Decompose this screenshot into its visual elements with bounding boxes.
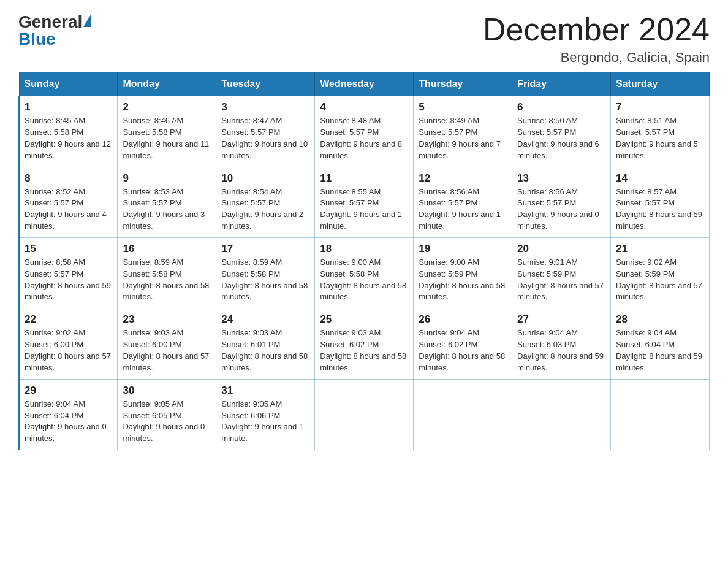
day-number: 29: [25, 385, 112, 397]
day-number: 24: [221, 313, 309, 326]
calendar-cell: 18 Sunrise: 9:00 AMSunset: 5:58 PMDaylig…: [315, 237, 414, 308]
day-number: 26: [419, 313, 507, 326]
week-row-3: 15 Sunrise: 8:58 AMSunset: 5:57 PMDaylig…: [19, 237, 710, 308]
day-number: 21: [616, 243, 704, 255]
day-number: 11: [320, 172, 408, 185]
page-header: General Blue December 2024 Bergondo, Gal…: [18, 12, 710, 66]
day-number: 14: [616, 172, 704, 185]
day-info: Sunrise: 8:56 AMSunset: 5:57 PMDaylight:…: [517, 187, 599, 231]
day-number: 27: [517, 313, 605, 326]
day-info: Sunrise: 8:51 AMSunset: 5:57 PMDaylight:…: [616, 116, 698, 160]
calendar-cell: 8 Sunrise: 8:52 AMSunset: 5:57 PMDayligh…: [19, 167, 118, 237]
day-info: Sunrise: 8:53 AMSunset: 5:57 PMDaylight:…: [123, 187, 205, 231]
day-number: 30: [123, 385, 211, 397]
day-number: 20: [517, 243, 605, 255]
title-block: December 2024 Bergondo, Galicia, Spain: [483, 12, 710, 66]
day-info: Sunrise: 9:03 AMSunset: 6:01 PMDaylight:…: [221, 328, 308, 372]
calendar-cell: 13 Sunrise: 8:56 AMSunset: 5:57 PMDaylig…: [512, 167, 611, 237]
calendar-cell: 26 Sunrise: 9:04 AMSunset: 6:02 PMDaylig…: [414, 308, 512, 379]
calendar-cell: 16 Sunrise: 8:59 AMSunset: 5:58 PMDaylig…: [118, 237, 216, 308]
day-number: 5: [419, 101, 507, 113]
header-sunday: Sunday: [19, 72, 118, 96]
day-number: 17: [221, 243, 309, 255]
day-info: Sunrise: 9:02 AMSunset: 6:00 PMDaylight:…: [25, 328, 111, 372]
logo: General Blue: [18, 12, 91, 49]
calendar-cell: 5 Sunrise: 8:49 AMSunset: 5:57 PMDayligh…: [414, 96, 512, 167]
header-thursday: Thursday: [414, 72, 512, 96]
calendar-cell: 2 Sunrise: 8:46 AMSunset: 5:58 PMDayligh…: [118, 96, 216, 167]
calendar-cell: 11 Sunrise: 8:55 AMSunset: 5:57 PMDaylig…: [315, 167, 414, 237]
day-number: 28: [616, 313, 704, 326]
week-row-5: 29 Sunrise: 9:04 AMSunset: 6:04 PMDaylig…: [19, 379, 710, 450]
day-number: 31: [221, 385, 309, 397]
day-info: Sunrise: 8:54 AMSunset: 5:57 PMDaylight:…: [221, 187, 303, 231]
day-info: Sunrise: 8:46 AMSunset: 5:58 PMDaylight:…: [123, 116, 209, 160]
calendar-cell: [315, 379, 414, 450]
calendar-cell: 9 Sunrise: 8:53 AMSunset: 5:57 PMDayligh…: [118, 167, 216, 237]
calendar-cell: 28 Sunrise: 9:04 AMSunset: 6:04 PMDaylig…: [611, 308, 710, 379]
calendar-cell: 23 Sunrise: 9:03 AMSunset: 6:00 PMDaylig…: [118, 308, 216, 379]
day-info: Sunrise: 9:00 AMSunset: 5:58 PMDaylight:…: [320, 258, 406, 302]
calendar-cell: 12 Sunrise: 8:56 AMSunset: 5:57 PMDaylig…: [414, 167, 512, 237]
calendar-cell: 27 Sunrise: 9:04 AMSunset: 6:03 PMDaylig…: [512, 308, 611, 379]
day-info: Sunrise: 9:04 AMSunset: 6:03 PMDaylight:…: [517, 328, 604, 372]
day-info: Sunrise: 8:52 AMSunset: 5:57 PMDaylight:…: [25, 187, 107, 231]
calendar-cell: 31 Sunrise: 9:05 AMSunset: 6:06 PMDaylig…: [216, 379, 315, 450]
day-info: Sunrise: 8:47 AMSunset: 5:57 PMDaylight:…: [221, 116, 308, 160]
day-number: 16: [123, 243, 211, 255]
calendar-cell: 19 Sunrise: 9:00 AMSunset: 5:59 PMDaylig…: [414, 237, 512, 308]
header-saturday: Saturday: [611, 72, 710, 96]
day-info: Sunrise: 8:55 AMSunset: 5:57 PMDaylight:…: [320, 187, 402, 231]
day-info: Sunrise: 8:49 AMSunset: 5:57 PMDaylight:…: [419, 116, 501, 160]
day-info: Sunrise: 8:45 AMSunset: 5:58 PMDaylight:…: [25, 116, 111, 160]
day-info: Sunrise: 9:05 AMSunset: 6:05 PMDaylight:…: [123, 399, 205, 443]
logo-triangle-icon: [83, 15, 91, 27]
day-number: 4: [320, 101, 408, 113]
calendar-cell: 10 Sunrise: 8:54 AMSunset: 5:57 PMDaylig…: [216, 167, 315, 237]
day-number: 23: [123, 313, 211, 326]
calendar-cell: 15 Sunrise: 8:58 AMSunset: 5:57 PMDaylig…: [19, 237, 118, 308]
calendar-cell: [512, 379, 611, 450]
day-info: Sunrise: 9:04 AMSunset: 6:04 PMDaylight:…: [25, 399, 107, 443]
day-number: 22: [25, 313, 112, 326]
calendar-cell: 29 Sunrise: 9:04 AMSunset: 6:04 PMDaylig…: [19, 379, 118, 450]
day-info: Sunrise: 8:50 AMSunset: 5:57 PMDaylight:…: [517, 116, 599, 160]
day-info: Sunrise: 8:58 AMSunset: 5:57 PMDaylight:…: [25, 258, 111, 302]
day-number: 2: [123, 101, 211, 113]
day-info: Sunrise: 8:59 AMSunset: 5:58 PMDaylight:…: [123, 258, 209, 302]
day-number: 6: [517, 101, 605, 113]
month-title: December 2024: [483, 12, 710, 47]
day-number: 8: [25, 172, 112, 185]
day-info: Sunrise: 9:04 AMSunset: 6:04 PMDaylight:…: [616, 328, 702, 372]
day-number: 1: [25, 101, 112, 113]
day-info: Sunrise: 9:00 AMSunset: 5:59 PMDaylight:…: [419, 258, 505, 302]
calendar-cell: 20 Sunrise: 9:01 AMSunset: 5:59 PMDaylig…: [512, 237, 611, 308]
calendar-cell: 14 Sunrise: 8:57 AMSunset: 5:57 PMDaylig…: [611, 167, 710, 237]
day-number: 10: [221, 172, 309, 185]
day-info: Sunrise: 8:56 AMSunset: 5:57 PMDaylight:…: [419, 187, 501, 231]
calendar-header-row: SundayMondayTuesdayWednesdayThursdayFrid…: [19, 72, 710, 96]
week-row-1: 1 Sunrise: 8:45 AMSunset: 5:58 PMDayligh…: [19, 96, 710, 167]
calendar-cell: 21 Sunrise: 9:02 AMSunset: 5:59 PMDaylig…: [611, 237, 710, 308]
day-info: Sunrise: 8:59 AMSunset: 5:58 PMDaylight:…: [221, 258, 308, 302]
calendar-cell: 3 Sunrise: 8:47 AMSunset: 5:57 PMDayligh…: [216, 96, 315, 167]
day-number: 13: [517, 172, 605, 185]
calendar-cell: 6 Sunrise: 8:50 AMSunset: 5:57 PMDayligh…: [512, 96, 611, 167]
week-row-2: 8 Sunrise: 8:52 AMSunset: 5:57 PMDayligh…: [19, 167, 710, 237]
calendar-cell: 25 Sunrise: 9:03 AMSunset: 6:02 PMDaylig…: [315, 308, 414, 379]
day-number: 12: [419, 172, 507, 185]
day-info: Sunrise: 9:05 AMSunset: 6:06 PMDaylight:…: [221, 399, 303, 443]
header-tuesday: Tuesday: [216, 72, 315, 96]
day-info: Sunrise: 8:48 AMSunset: 5:57 PMDaylight:…: [320, 116, 402, 160]
day-info: Sunrise: 8:57 AMSunset: 5:57 PMDaylight:…: [616, 187, 702, 231]
header-monday: Monday: [118, 72, 216, 96]
day-number: 18: [320, 243, 408, 255]
day-info: Sunrise: 9:03 AMSunset: 6:00 PMDaylight:…: [123, 328, 209, 372]
day-number: 9: [123, 172, 211, 185]
calendar-cell: 7 Sunrise: 8:51 AMSunset: 5:57 PMDayligh…: [611, 96, 710, 167]
calendar-cell: 24 Sunrise: 9:03 AMSunset: 6:01 PMDaylig…: [216, 308, 315, 379]
logo-blue-text: Blue: [18, 29, 56, 49]
day-number: 19: [419, 243, 507, 255]
day-number: 25: [320, 313, 408, 326]
week-row-4: 22 Sunrise: 9:02 AMSunset: 6:00 PMDaylig…: [19, 308, 710, 379]
